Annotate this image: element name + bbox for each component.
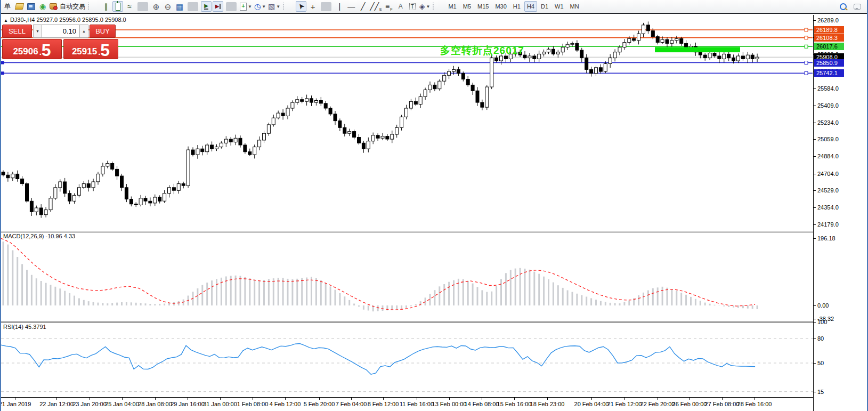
sell-price-int: 25906 xyxy=(13,47,38,56)
fibonacci-button[interactable]: ≡F xyxy=(384,1,394,12)
auto-scroll-icon: ▶ xyxy=(204,3,208,10)
time-label: 15 Feb 16:00 xyxy=(497,401,532,407)
sell-price-display[interactable]: 25906.5 xyxy=(2,39,62,59)
mt4-window: 单◉自动交易∥≈⊕⊖▦▶▶+▼◷▼▧▼➤+|—╱╱╱E≡FAT◈▼M1M5M15… xyxy=(0,0,868,411)
time-label: 13 Feb 00:00 xyxy=(432,401,467,407)
crosshair-button[interactable]: + xyxy=(307,1,318,12)
line-chart-button[interactable]: ≈ xyxy=(124,1,135,12)
chart-shift-button[interactable]: ▶ xyxy=(213,1,223,12)
price-tick: 24704.0 xyxy=(817,171,839,177)
time-label: 27 Feb 08:00 xyxy=(705,401,740,407)
timeframe-button-m5[interactable]: M5 xyxy=(460,1,474,12)
timeframe-button-m15[interactable]: M15 xyxy=(475,1,491,12)
terminal-icon[interactable] xyxy=(26,1,36,12)
line-chart-icon: ≈ xyxy=(127,3,132,10)
channel-button[interactable]: ╱╱E xyxy=(369,1,383,12)
macd-tick: 0.00 xyxy=(817,302,829,309)
price-tick-tick xyxy=(814,224,816,225)
search-button[interactable] xyxy=(838,1,848,12)
monitor-icon xyxy=(27,3,35,10)
toolbar-separator xyxy=(188,2,198,11)
text-button[interactable]: A xyxy=(395,1,406,12)
sell-button[interactable]: SELL xyxy=(2,25,32,38)
candlestick-chart-button[interactable] xyxy=(112,1,123,12)
vertical-line-button[interactable]: | xyxy=(334,1,345,12)
shapes-icon: ◈ xyxy=(419,3,425,10)
horizontal-line-button[interactable]: — xyxy=(346,1,356,12)
price-tick-tick xyxy=(814,139,816,140)
indicators-button[interactable]: +▼ xyxy=(239,1,253,12)
periods-button[interactable]: ◷▼ xyxy=(254,1,266,12)
time-label: 23 Jan 20:00 xyxy=(72,401,107,407)
rsi-tick: 100 xyxy=(817,319,827,325)
collapse-arrow-icon[interactable]: ▲ xyxy=(4,18,8,23)
price-axis[interactable]: 26289.026114.025939.025764.025584.025409… xyxy=(813,15,867,411)
trendline-button[interactable]: ╱ xyxy=(358,1,368,12)
zoom-in-icon: ⊕ xyxy=(153,3,160,11)
rsi-tick-tick xyxy=(814,339,816,339)
price-tick: 24354.0 xyxy=(817,204,839,211)
volume-increase-button[interactable]: ▲ xyxy=(79,25,88,38)
ohlc-bars-icon: ∥ xyxy=(104,3,108,10)
volume-input[interactable] xyxy=(42,25,79,38)
buy-button[interactable]: BUY xyxy=(90,25,116,38)
price-tick: 25584.0 xyxy=(817,85,839,92)
rsi-indicator-label: RSI(14) 45.3791 xyxy=(3,324,46,330)
cursor-button[interactable]: ➤ xyxy=(296,1,306,12)
search-icon xyxy=(840,3,847,10)
text-label-icon: T xyxy=(409,3,416,10)
price-tick: 24529.0 xyxy=(817,187,839,194)
volume-decrease-button[interactable]: ▼ xyxy=(33,25,42,38)
text-label-button[interactable]: T xyxy=(407,1,418,12)
horizontal-line-icon: — xyxy=(347,3,355,10)
macd-tick-tick xyxy=(814,305,816,306)
sell-price-dec: 5 xyxy=(42,43,51,58)
journal-icon[interactable] xyxy=(14,1,25,12)
zoom-in-button[interactable]: ⊕ xyxy=(151,1,161,12)
pivot-annotation-text[interactable]: 多空转折点26017 xyxy=(440,44,524,58)
timeframe-button-h4[interactable]: H4 xyxy=(524,1,537,12)
buy-price-dec: 5 xyxy=(100,43,110,58)
timeframe-button-m1[interactable]: M1 xyxy=(445,1,459,12)
templates-button[interactable]: ▧▼ xyxy=(267,1,281,12)
timeframe-button-mn[interactable]: MN xyxy=(567,1,582,12)
signals-icon[interactable]: ◉ xyxy=(37,1,48,12)
price-chart-canvas[interactable] xyxy=(1,15,813,397)
arrows-button[interactable]: ◈▼ xyxy=(419,1,431,12)
time-tick xyxy=(722,398,723,400)
price-level-label: 26108.3 xyxy=(814,34,844,42)
new-order-button[interactable]: 单 xyxy=(2,1,13,12)
timeframe-button-d1[interactable]: D1 xyxy=(538,1,551,12)
tile-windows-button[interactable]: ▦ xyxy=(174,1,185,12)
chart-shift-icon: ▶ xyxy=(215,4,221,9)
time-tick xyxy=(319,398,320,400)
cursor-arrow-icon: ➤ xyxy=(296,2,306,11)
time-axis[interactable]: 21 Jan 201922 Jan 12:0023 Jan 20:0025 Ja… xyxy=(1,397,813,411)
toolbar-grip[interactable] xyxy=(283,2,294,11)
toolbar-separator xyxy=(226,2,237,11)
time-tick xyxy=(482,398,482,400)
rsi-tick: 15 xyxy=(817,389,824,395)
time-label: 29 Jan 16:00 xyxy=(171,401,205,407)
time-tick xyxy=(514,398,515,400)
bar-chart-button[interactable]: ∥ xyxy=(101,1,111,12)
rsi-tick-tick xyxy=(814,322,816,323)
toolbar-grip[interactable] xyxy=(88,2,99,11)
timeframe-button-h1[interactable]: H1 xyxy=(510,1,523,12)
buy-price-display[interactable]: 25915.5 xyxy=(63,39,118,59)
time-tick xyxy=(658,398,658,400)
toolbar-separator xyxy=(137,2,148,11)
chat-button[interactable] xyxy=(852,1,863,12)
timeframe-button-w1[interactable]: W1 xyxy=(552,1,566,12)
vertical-line-icon: | xyxy=(338,3,340,10)
auto-trading-button[interactable]: 自动交易 xyxy=(49,1,86,12)
crosshair-icon: + xyxy=(311,3,315,11)
channel-icon: ╱╱ xyxy=(370,3,379,10)
chart-window[interactable]: ▲DJ30-,H4 25927.0 25956.0 25895.0 25908.… xyxy=(1,15,867,411)
auto-scroll-button[interactable]: ▶ xyxy=(201,1,212,12)
time-tick xyxy=(417,398,417,400)
chart-symbol-timeframe: DJ30-,H4 xyxy=(10,17,35,23)
toolbar-grip[interactable] xyxy=(433,2,443,11)
zoom-out-button[interactable]: ⊖ xyxy=(163,1,173,12)
timeframe-button-m30[interactable]: M30 xyxy=(492,1,509,12)
